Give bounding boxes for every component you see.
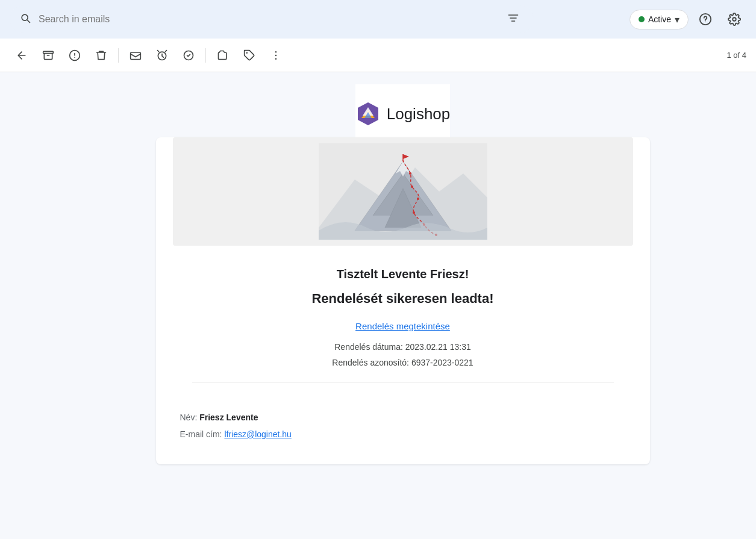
toolbar-separator-1 — [118, 48, 119, 63]
status-button[interactable]: Active ▾ — [629, 10, 689, 30]
email-label: E-mail cím: — [180, 429, 222, 439]
svg-point-7 — [246, 52, 248, 54]
email-footer-info: Név: Friesz Levente E-mail cím: lfriesz@… — [156, 413, 650, 464]
sidebar-left — [0, 72, 49, 539]
order-id-label: Rendelés azonosító: — [332, 358, 409, 367]
toolbar-separator-2 — [205, 48, 206, 63]
search-icon — [19, 12, 31, 27]
archive-button[interactable] — [36, 43, 60, 67]
svg-point-1 — [705, 21, 705, 22]
move-button[interactable] — [211, 43, 235, 67]
label-button[interactable] — [237, 43, 261, 67]
svg-rect-2 — [43, 51, 54, 53]
order-id: Rendelés azonosító: 6937-2023-0221 — [192, 358, 614, 367]
status-dot — [639, 16, 645, 22]
email-card: Tisztelt Levente Friesz! Rendelését sike… — [156, 137, 650, 464]
order-date: Rendelés dátuma: 2023.02.21 13:31 — [192, 342, 614, 352]
email-value-link[interactable]: lfriesz@loginet.hu — [224, 429, 292, 439]
name-label: Név: — [180, 413, 198, 422]
filter-button[interactable] — [502, 7, 524, 32]
svg-point-21 — [413, 211, 415, 214]
svg-point-20 — [417, 198, 419, 200]
snooze-button[interactable] — [150, 43, 174, 67]
order-link[interactable]: Rendelés megtekintése — [192, 321, 614, 331]
status-label: Active — [648, 14, 671, 24]
order-date-label: Rendelés dátuma: — [334, 342, 403, 352]
svg-point-19 — [411, 185, 413, 188]
name-value: Friesz Levente — [199, 413, 258, 422]
logishop-brand-name: Logishop — [387, 105, 451, 123]
back-button[interactable] — [10, 43, 34, 67]
order-id-value: 6937-2023-0221 — [411, 358, 473, 367]
mountain-illustration — [173, 137, 633, 246]
top-bar: Active ▾ — [0, 0, 756, 39]
svg-point-8 — [275, 51, 277, 52]
email-row: E-mail cím: lfriesz@loginet.hu — [180, 429, 626, 439]
settings-button[interactable] — [722, 7, 746, 31]
top-right-controls: Active ▾ — [629, 7, 746, 31]
order-date-value: 2023.02.21 13:31 — [405, 342, 471, 352]
more-button[interactable] — [264, 43, 288, 67]
email-order-success: Rendelését sikeresen leadta! — [192, 291, 614, 307]
search-input[interactable] — [39, 14, 495, 25]
help-button[interactable] — [693, 7, 717, 31]
svg-point-9 — [275, 54, 277, 56]
email-body: Tisztelt Levente Friesz! Rendelését sike… — [156, 246, 650, 413]
email-logo-header: Logishop — [355, 84, 451, 137]
svg-rect-4 — [131, 52, 141, 60]
email-toolbar: 1 of 4 — [0, 39, 756, 72]
main-content: Logishop — [0, 72, 756, 539]
email-area: Logishop — [49, 72, 756, 539]
task-button[interactable] — [177, 43, 201, 67]
chevron-down-icon: ▾ — [675, 14, 679, 25]
email-greeting: Tisztelt Levente Friesz! — [192, 267, 614, 281]
spam-button[interactable] — [63, 43, 87, 67]
email-divider — [192, 382, 614, 382]
svg-point-10 — [275, 58, 277, 60]
page-count: 1 of 4 — [726, 51, 746, 60]
name-row: Név: Friesz Levente — [180, 413, 626, 422]
mark-unread-button[interactable] — [123, 43, 148, 67]
logishop-logo-icon — [355, 101, 381, 126]
svg-point-18 — [409, 172, 411, 175]
delete-button[interactable] — [89, 43, 113, 67]
search-area — [10, 5, 534, 33]
